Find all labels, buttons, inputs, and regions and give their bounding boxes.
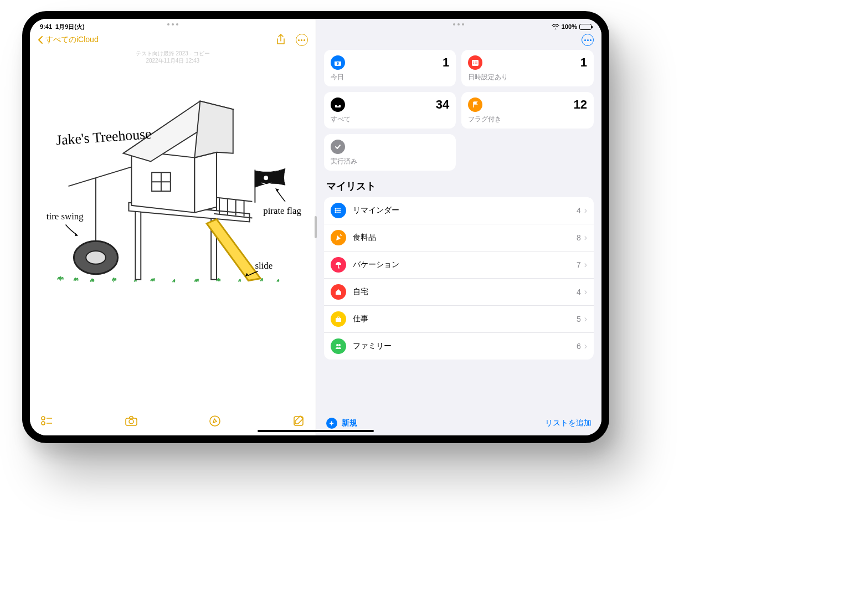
- svg-point-36: [336, 344, 338, 346]
- list-count: 6: [577, 342, 581, 351]
- svg-rect-35: [336, 318, 341, 322]
- list-label: リマインダー: [353, 206, 577, 215]
- note-drawing-canvas[interactable]: Jake's Treehouse tire swing pirate flag …: [30, 68, 316, 409]
- ipad-screen: 9:41 1月9日(火) 100% すべてのiCloud: [30, 19, 601, 435]
- checkmark-icon: [331, 140, 345, 154]
- smart-list-all[interactable]: 34 すべて: [324, 92, 456, 129]
- calendar-today-icon: 9: [331, 55, 345, 70]
- label-tire-swing: tire swing: [47, 211, 84, 222]
- note-date-meta: 2022年11月4日 12:43: [30, 57, 316, 64]
- chevron-right-icon: ›: [584, 233, 587, 243]
- list-icon: [331, 284, 346, 300]
- list-count: 5: [577, 315, 581, 324]
- list-label: 仕事: [353, 314, 577, 324]
- compose-icon[interactable]: [292, 415, 305, 429]
- list-item[interactable]: 仕事5›: [324, 306, 594, 333]
- svg-point-33: [335, 212, 336, 213]
- chevron-right-icon: ›: [584, 341, 587, 351]
- calendar-icon: [468, 55, 482, 70]
- split-view-handle[interactable]: [315, 216, 317, 238]
- new-reminder-button[interactable]: + 新規: [326, 418, 357, 429]
- back-button[interactable]: すべてのiCloud: [38, 35, 99, 45]
- chevron-right-icon: ›: [584, 287, 587, 297]
- add-list-button[interactable]: リストを追加: [545, 418, 592, 428]
- note-metadata: テスト向け最終 2023 - コピー 2022年11月4日 12:43: [30, 50, 316, 64]
- all-count: 34: [436, 97, 449, 112]
- label-pirate-flag: pirate flag: [263, 206, 301, 216]
- list-item[interactable]: 自宅4›: [324, 279, 594, 306]
- list-icon: [331, 257, 346, 273]
- svg-point-12: [42, 422, 45, 425]
- svg-point-10: [42, 417, 45, 420]
- list-icon: [331, 338, 346, 354]
- list-label: ファミリー: [353, 341, 577, 351]
- treehouse-sketch: Jake's Treehouse tire swing pirate flag …: [35, 71, 310, 301]
- svg-point-37: [338, 344, 341, 346]
- flag-icon: [468, 97, 482, 112]
- back-label: すべてのiCloud: [45, 35, 99, 45]
- svg-point-31: [335, 208, 336, 209]
- smart-list-today[interactable]: 9 1 今日: [324, 50, 456, 86]
- list-item[interactable]: ファミリー6›: [324, 333, 594, 360]
- checklist-icon[interactable]: [41, 416, 53, 428]
- flagged-label: フラグ付き: [468, 115, 587, 124]
- list-label: バケーション: [353, 260, 577, 270]
- my-lists-heading: マイリスト: [316, 171, 602, 197]
- svg-point-32: [335, 210, 336, 211]
- smart-list-scheduled[interactable]: 1 日時設定あり: [461, 50, 594, 86]
- wifi-icon: [552, 24, 559, 29]
- svg-point-25: [473, 63, 474, 64]
- home-indicator[interactable]: [258, 430, 374, 432]
- list-label: 自宅: [353, 287, 577, 297]
- smart-list-flagged[interactable]: 12 フラグ付き: [461, 92, 594, 129]
- list-count: 4: [577, 206, 581, 215]
- chevron-right-icon: ›: [584, 260, 587, 270]
- scheduled-label: 日時設定あり: [468, 73, 587, 82]
- battery-percentage: 100%: [562, 23, 577, 30]
- svg-rect-21: [472, 60, 479, 66]
- svg-point-23: [475, 61, 476, 63]
- status-date: 1月9日(火): [55, 23, 85, 31]
- list-item[interactable]: バケーション7›: [324, 251, 594, 279]
- today-label: 今日: [331, 73, 450, 82]
- note-title-meta: テスト向け最終 2023 - コピー: [30, 50, 316, 57]
- notes-app-pane: すべてのiCloud テスト向け最終 2023 - コピー 2022年11月4日…: [30, 19, 316, 435]
- battery-icon: [579, 24, 592, 30]
- svg-point-7: [86, 251, 106, 264]
- ipad-device-frame: 9:41 1月9日(火) 100% すべてのiCloud: [22, 11, 609, 443]
- flagged-count: 12: [574, 97, 587, 112]
- more-icon[interactable]: [582, 34, 594, 46]
- share-icon[interactable]: [276, 34, 286, 46]
- reminders-lists: リマインダー4›食料品8›バケーション7›自宅4›仕事5›ファミリー6›: [324, 197, 594, 360]
- chevron-right-icon: ›: [584, 206, 587, 215]
- new-reminder-label: 新規: [342, 418, 357, 428]
- scheduled-count: 1: [580, 55, 587, 70]
- list-icon: [331, 203, 346, 218]
- list-item[interactable]: リマインダー4›: [324, 197, 594, 224]
- today-count: 1: [443, 55, 449, 70]
- list-item[interactable]: 食料品8›: [324, 224, 594, 251]
- markup-icon[interactable]: [209, 415, 221, 429]
- svg-point-9: [264, 176, 268, 180]
- svg-point-24: [476, 61, 477, 63]
- inbox-icon: [331, 97, 345, 112]
- svg-point-15: [129, 419, 133, 424]
- camera-icon[interactable]: [125, 415, 138, 429]
- status-time: 9:41: [40, 23, 52, 30]
- svg-point-26: [475, 63, 476, 64]
- smart-list-completed[interactable]: 実行済み: [324, 134, 456, 171]
- completed-label: 実行済み: [331, 157, 450, 166]
- svg-point-16: [210, 416, 220, 426]
- more-icon[interactable]: [296, 34, 308, 46]
- svg-point-27: [476, 63, 477, 64]
- status-bar: 9:41 1月9日(火) 100%: [30, 19, 601, 32]
- svg-point-22: [473, 61, 474, 63]
- label-slide: slide: [255, 260, 272, 271]
- list-count: 4: [577, 288, 581, 296]
- smart-lists-grid: 9 1 今日 1 日時設定あり: [316, 50, 602, 171]
- svg-text:9: 9: [337, 61, 339, 65]
- reminders-app-pane: 9 1 今日 1 日時設定あり: [316, 19, 602, 435]
- list-icon: [331, 230, 346, 245]
- list-count: 7: [577, 260, 581, 269]
- list-icon: [331, 311, 346, 327]
